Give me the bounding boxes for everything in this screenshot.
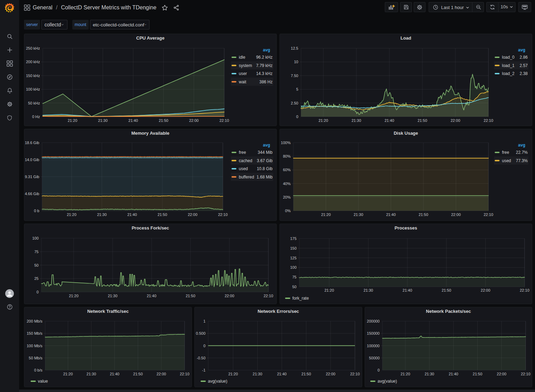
svg-text:21:40: 21:40 [384, 118, 394, 123]
svg-text:-1: -1 [202, 368, 205, 372]
svg-text:22:00: 22:00 [326, 372, 335, 376]
svg-text:100: 100 [32, 236, 39, 240]
svg-text:21:40: 21:40 [128, 118, 138, 123]
svg-text:125: 125 [290, 256, 297, 260]
svg-text:5: 5 [296, 87, 298, 91]
svg-text:80%: 80% [283, 154, 291, 158]
svg-text:used: used [502, 158, 511, 163]
svg-text:22:10: 22:10 [180, 372, 189, 376]
svg-text:22:10: 22:10 [484, 212, 493, 217]
svg-text:200000: 200000 [367, 319, 380, 323]
svg-text:fork_rate: fork_rate [292, 296, 309, 301]
svg-text:18.6 Gib: 18.6 Gib [25, 141, 39, 145]
svg-text:21:50: 21:50 [441, 288, 451, 292]
svg-text:21:30: 21:30 [351, 118, 361, 123]
svg-text:2.38: 2.38 [520, 71, 528, 76]
svg-text:9.31 Gib: 9.31 Gib [25, 175, 39, 179]
svg-text:20%: 20% [283, 195, 291, 199]
svg-text:7.79 kHz: 7.79 kHz [256, 63, 273, 68]
svg-text:22:00: 22:00 [451, 118, 460, 123]
svg-text:wait: wait [238, 80, 246, 84]
svg-text:100: 100 [290, 265, 297, 269]
svg-text:22:10: 22:10 [350, 372, 360, 376]
svg-text:50000: 50000 [369, 356, 380, 360]
svg-text:4.66 Gib: 4.66 Gib [25, 192, 39, 196]
svg-text:21:20: 21:20 [67, 212, 76, 217]
svg-text:0 Hz: 0 Hz [32, 115, 40, 119]
svg-text:21:40: 21:40 [127, 212, 137, 217]
svg-text:21:50: 21:50 [419, 212, 428, 217]
svg-text:100000: 100000 [367, 344, 380, 348]
svg-text:3.67 Gib: 3.67 Gib [257, 158, 273, 163]
svg-text:22:00: 22:00 [189, 118, 199, 123]
svg-text:50: 50 [292, 285, 297, 289]
svg-text:21:20: 21:20 [321, 212, 331, 217]
svg-text:12.5: 12.5 [291, 46, 298, 50]
svg-text:2.57: 2.57 [520, 63, 528, 68]
svg-text:7.50: 7.50 [291, 74, 298, 78]
svg-text:175: 175 [290, 236, 297, 241]
svg-text:21:40: 21:40 [403, 288, 412, 292]
svg-text:22:10: 22:10 [520, 288, 529, 292]
svg-text:0: 0 [378, 368, 380, 372]
svg-text:21:50: 21:50 [159, 118, 169, 123]
svg-text:21:30: 21:30 [354, 212, 363, 217]
svg-text:21:20: 21:20 [68, 118, 78, 123]
svg-text:21:30: 21:30 [253, 372, 262, 376]
svg-text:load_0: load_0 [502, 55, 514, 60]
svg-text:22:10: 22:10 [264, 294, 273, 298]
svg-text:21:50: 21:50 [301, 372, 311, 376]
svg-text:load_1: load_1 [502, 63, 514, 68]
svg-text:21:30: 21:30 [98, 118, 108, 123]
svg-text:100%: 100% [281, 141, 291, 145]
svg-text:1: 1 [203, 319, 205, 323]
svg-text:386 Hz: 386 Hz [259, 80, 273, 84]
svg-text:22:00: 22:00 [156, 372, 166, 376]
svg-text:150: 150 [290, 246, 297, 250]
svg-text:22:00: 22:00 [481, 288, 491, 292]
svg-text:0: 0 [203, 344, 205, 348]
svg-text:0 b: 0 b [34, 209, 39, 213]
svg-text:21:20: 21:20 [63, 372, 73, 376]
svg-text:21:40: 21:40 [110, 372, 120, 376]
svg-text:load_2: load_2 [502, 71, 514, 76]
svg-text:200 Mb/s: 200 Mb/s [27, 319, 43, 323]
svg-text:21:20: 21:20 [324, 288, 334, 292]
svg-text:10.8 Gib: 10.8 Gib [257, 166, 273, 171]
svg-text:buffered: buffered [239, 175, 254, 180]
svg-text:21:30: 21:30 [87, 372, 96, 376]
svg-text:0: 0 [296, 115, 298, 119]
svg-text:150 kHz: 150 kHz [26, 74, 40, 78]
svg-text:idle: idle [239, 55, 245, 60]
svg-text:21:30: 21:30 [97, 212, 107, 217]
svg-text:96.2 kHz: 96.2 kHz [256, 55, 273, 60]
svg-text:21:40: 21:40 [277, 372, 287, 376]
svg-text:150 Mb/s: 150 Mb/s [27, 331, 43, 335]
svg-text:21:50: 21:50 [418, 118, 427, 123]
svg-text:free: free [239, 150, 246, 155]
svg-text:77.3%: 77.3% [516, 158, 528, 163]
svg-text:21:20: 21:20 [400, 372, 410, 376]
svg-text:22:10: 22:10 [219, 118, 229, 123]
svg-text:21:40: 21:40 [449, 372, 459, 376]
svg-text:21:40: 21:40 [147, 294, 156, 298]
svg-text:21:30: 21:30 [424, 372, 434, 376]
svg-text:21:50: 21:50 [473, 372, 483, 376]
svg-text:50 Mb/s: 50 Mb/s [29, 356, 43, 360]
svg-text:21:50: 21:50 [133, 372, 143, 376]
svg-text:21:50: 21:50 [157, 212, 167, 217]
svg-text:cached: cached [239, 158, 252, 163]
svg-text:50: 50 [34, 263, 39, 267]
svg-text:avg: avg [263, 48, 270, 52]
svg-text:avg: avg [263, 143, 270, 148]
svg-text:100 kHz: 100 kHz [26, 87, 40, 91]
svg-text:21:30: 21:30 [108, 294, 117, 298]
svg-text:100 Mb/s: 100 Mb/s [27, 344, 43, 348]
svg-text:60%: 60% [283, 168, 291, 172]
svg-text:user: user [239, 71, 247, 76]
svg-text:22:10: 22:10 [484, 118, 493, 123]
svg-text:2.86: 2.86 [520, 55, 528, 60]
svg-text:-0.50: -0.50 [197, 356, 205, 360]
svg-text:21:50: 21:50 [186, 294, 195, 298]
svg-text:22:10: 22:10 [521, 372, 530, 376]
